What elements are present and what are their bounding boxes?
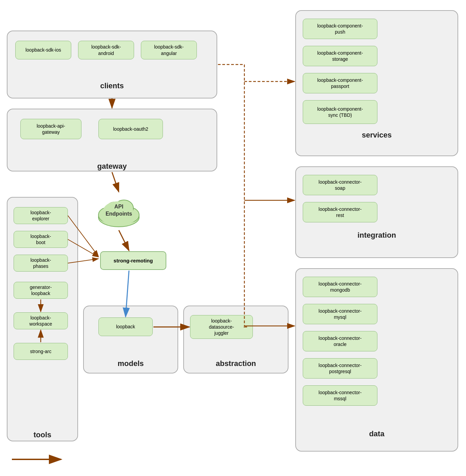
data-item-oracle: loopback-connector-oracle: [303, 331, 377, 351]
tools-item-phases: loopback-phases: [14, 255, 68, 272]
abstraction-label: abstraction: [183, 359, 288, 368]
services-label: services: [295, 131, 458, 140]
data-item-mysql: loopback-connector-mysql: [303, 304, 377, 324]
tools-label: tools: [7, 431, 78, 439]
services-item-push: loopback-component-push: [303, 19, 377, 39]
tools-item-strong-arc: strong-arc: [14, 343, 68, 360]
models-item-loopback: loopback: [98, 317, 153, 336]
gateway-item-oauth2: loopback-oauth2: [98, 119, 163, 139]
integration-item-rest: loopback-connector-rest: [303, 202, 377, 222]
data-label: data: [295, 429, 458, 438]
integration-item-soap: loopback-connector-soap: [303, 175, 377, 195]
legend-arrow: [10, 455, 64, 464]
api-endpoints-label: APIEndpoints: [106, 203, 132, 218]
abstraction-item-datasource: loopback-datasource-juggler: [190, 315, 253, 339]
svg-line-14: [119, 230, 129, 251]
models-label: models: [83, 359, 178, 368]
clients-item-ios: loopback-sdk-ios: [15, 41, 71, 59]
tools-item-boot: loopback-boot: [14, 231, 68, 248]
integration-label: integration: [295, 231, 458, 240]
services-item-storage: loopback-component-storage: [303, 46, 377, 66]
services-item-passport: loopback-component-passport: [303, 73, 377, 93]
tools-item-workspace: loopback-workspace: [14, 312, 68, 329]
services-item-sync: loopback-component-sync (TBD): [303, 100, 377, 124]
tools-item-generator: generator-loopback: [14, 282, 68, 299]
diagram: loopback-sdk-ios loopback-sdk-android lo…: [0, 0, 466, 476]
clients-item-angular: loopback-sdk-angular: [141, 41, 197, 59]
tools-item-explorer: loopback-explorer: [14, 207, 68, 224]
svg-line-13: [112, 172, 119, 192]
strong-remoting-box: strong-remoting: [100, 251, 166, 270]
gateway-label: gateway: [7, 162, 217, 171]
api-endpoints-cloud: APIEndpoints: [92, 192, 146, 229]
clients-label: clients: [7, 81, 217, 90]
data-item-mongodb: loopback-connector-mongodb: [303, 277, 377, 297]
data-item-postgresql: loopback-connector-postgresql: [303, 358, 377, 379]
clients-item-android: loopback-sdk-android: [78, 41, 134, 59]
gateway-item-api: loopback-api-gateway: [20, 119, 81, 139]
data-item-mssql: loopback-connector-mssql: [303, 385, 377, 406]
